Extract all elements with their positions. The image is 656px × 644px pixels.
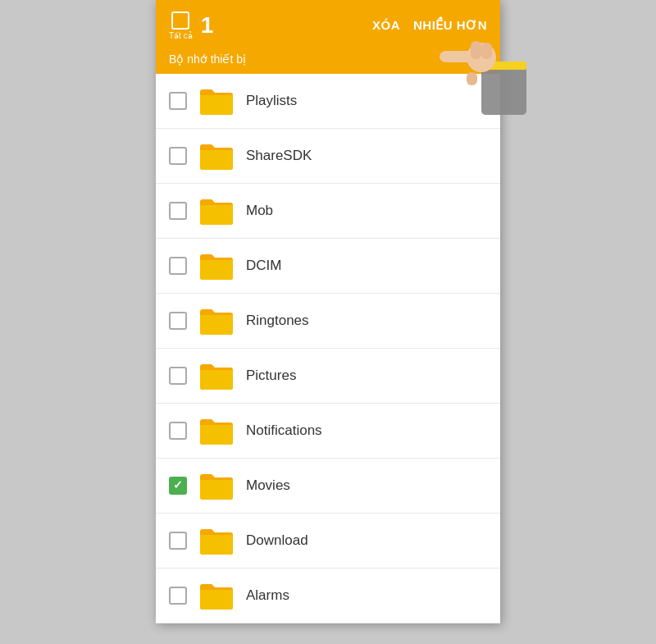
folder-name: Ringtones — [246, 313, 309, 329]
folder-icon — [198, 195, 235, 226]
list-item[interactable]: Notifications — [156, 404, 500, 459]
hand-pointer — [436, 16, 535, 115]
folder-name: ShareSDK — [246, 148, 312, 164]
list-item[interactable]: Ringtones — [156, 294, 500, 349]
folder-name: Download — [246, 532, 308, 549]
folder-checkbox[interactable] — [169, 532, 187, 550]
list-item[interactable]: ✓ Movies — [156, 459, 500, 514]
folder-name: Notifications — [246, 422, 322, 439]
folder-name: Alarms — [246, 587, 289, 604]
folder-checkbox[interactable] — [169, 312, 187, 330]
xoa-button[interactable]: XÓA — [372, 18, 400, 33]
folder-icon — [198, 360, 235, 391]
folder-icon — [198, 250, 235, 281]
svg-point-4 — [440, 51, 453, 62]
svg-rect-7 — [467, 72, 477, 85]
folder-list: Playlists ShareSDK Mob DCIM Ringtones Pi… — [156, 74, 500, 623]
folder-icon — [198, 415, 235, 446]
selected-count: 1 — [201, 12, 372, 39]
folder-icon — [198, 140, 235, 171]
folder-checkbox[interactable] — [169, 422, 187, 440]
folder-name: Movies — [246, 477, 290, 494]
list-item[interactable]: Mob — [156, 184, 500, 239]
folder-checkbox[interactable] — [169, 92, 187, 110]
list-item[interactable]: Pictures — [156, 349, 500, 404]
select-all-container[interactable]: Tất cả — [169, 11, 193, 40]
folder-icon — [198, 580, 235, 611]
folder-name: Playlists — [246, 93, 297, 109]
list-item[interactable]: DCIM — [156, 239, 500, 294]
folder-checkbox[interactable] — [169, 257, 187, 275]
svg-rect-5 — [471, 41, 481, 59]
folder-checkbox[interactable] — [169, 202, 187, 220]
folder-checkbox[interactable] — [169, 587, 187, 605]
checkmark-icon: ✓ — [173, 480, 183, 491]
folder-name: Mob — [246, 203, 273, 219]
list-item[interactable]: Download — [156, 514, 500, 569]
folder-icon — [198, 525, 235, 556]
folder-name: DCIM — [246, 258, 281, 274]
folder-checkbox[interactable] — [169, 147, 187, 165]
folder-checkbox[interactable]: ✓ — [169, 477, 187, 495]
folder-name: Pictures — [246, 368, 296, 384]
select-all-checkbox[interactable] — [171, 11, 189, 30]
folder-checkbox[interactable] — [169, 367, 187, 385]
folder-icon — [198, 470, 235, 501]
folder-icon — [198, 85, 235, 116]
list-item[interactable]: ShareSDK — [156, 129, 500, 184]
folder-icon — [198, 305, 235, 336]
list-item[interactable]: Alarms — [156, 569, 500, 623]
svg-rect-6 — [481, 43, 492, 59]
tat-ca-label: Tất cả — [169, 31, 193, 40]
